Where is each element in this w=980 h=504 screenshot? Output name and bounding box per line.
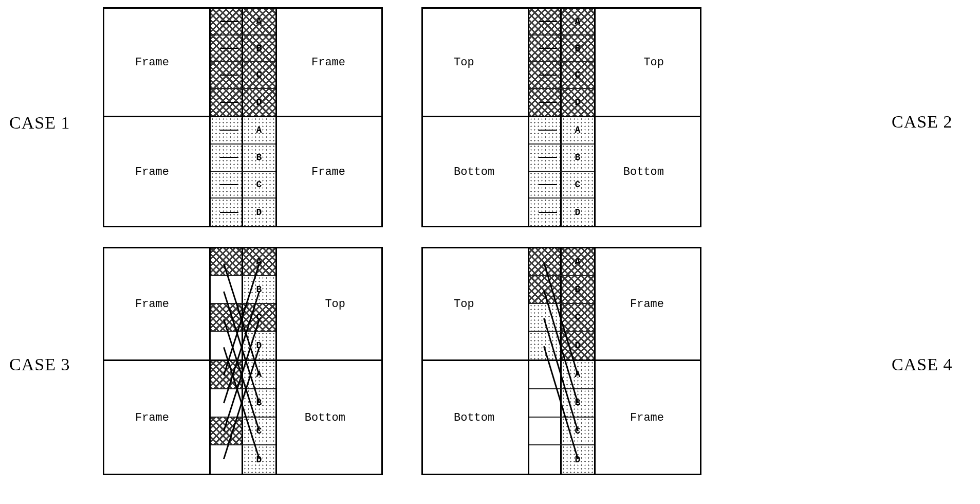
c1-bot-right: Frame — [311, 165, 345, 178]
c2-b-D: D — [575, 207, 581, 218]
c1-b-D: D — [256, 207, 262, 218]
c1-top-right: Frame — [311, 56, 345, 69]
c4-bot-right: Frame — [630, 411, 664, 424]
c3-t-C: C — [256, 312, 262, 322]
c1-top-mid: A B C D — [209, 9, 277, 116]
c3-top-left: Frame — [135, 298, 169, 311]
c3-b-A: A — [256, 369, 262, 380]
c2-b-C: C — [575, 179, 581, 190]
c1-t-C: C — [256, 70, 262, 80]
c2-b-B: B — [575, 152, 581, 163]
c3-bot-mid: A B C D — [209, 361, 277, 474]
c1-b-C: C — [256, 179, 262, 190]
c4-t-B: B — [575, 284, 581, 295]
c2-t-C: C — [575, 70, 581, 80]
c4-t-A: A — [575, 257, 581, 267]
c2-top-left: Top — [454, 56, 474, 69]
c1-t-A: A — [256, 16, 262, 27]
case3-label: CASE 3 — [9, 355, 70, 374]
c3-t-A: A — [256, 257, 262, 267]
c2-b-A: A — [575, 125, 581, 135]
c1-b-A: A — [256, 125, 262, 135]
c4-b-C: C — [575, 426, 581, 436]
c4-t-D: D — [575, 340, 581, 351]
c4-top-mid: A B C D — [528, 248, 596, 359]
case4-diagram: Top Frame A B C D Bottom Frame A B C D — [421, 247, 701, 475]
case2-label: CASE 2 — [892, 112, 952, 132]
c2-t-B: B — [575, 43, 581, 53]
c2-top-mid: A B C D — [528, 9, 596, 116]
c4-t-C: C — [575, 312, 581, 322]
c2-bot-mid: A B C D — [528, 117, 596, 226]
case4-label: CASE 4 — [892, 355, 952, 374]
c3-b-D: D — [256, 455, 262, 465]
c4-top-right: Frame — [630, 298, 664, 311]
c3-bot-left: Frame — [135, 411, 169, 424]
c2-bot-right: Bottom — [623, 165, 664, 178]
c1-b-B: B — [256, 152, 262, 163]
c2-bot-left: Bottom — [454, 165, 494, 178]
case1-diagram: Frame Frame A B C D Frame Frame A B C D — [103, 7, 383, 227]
c1-bot-mid: A B C D — [209, 117, 277, 226]
c4-b-B: B — [575, 398, 581, 408]
c3-b-C: C — [256, 426, 262, 436]
c4-bot-mid: A B C D — [528, 361, 596, 474]
c1-t-D: D — [256, 97, 262, 107]
c3-t-B: B — [256, 284, 262, 295]
c2-t-A: A — [575, 16, 581, 27]
c1-t-B: B — [256, 43, 262, 53]
c1-top-left: Frame — [135, 56, 169, 69]
c4-bot-left: Bottom — [454, 411, 494, 424]
c4-top-left: Top — [454, 298, 474, 311]
c1-bot-left: Frame — [135, 165, 169, 178]
c4-b-A: A — [575, 369, 581, 380]
c2-t-D: D — [575, 97, 581, 107]
c4-b-D: D — [575, 455, 581, 465]
c3-t-D: D — [256, 340, 262, 351]
case2-diagram: Top Top A B C D Bottom Bottom A B C D — [421, 7, 701, 227]
c2-top-right: Top — [643, 56, 664, 69]
c3-top-mid: A B C D — [209, 248, 277, 359]
case3-diagram: Frame Top A B C D Frame Bottom A B C D — [103, 247, 383, 475]
c3-b-B: B — [256, 398, 262, 408]
c3-top-right: Top — [325, 298, 345, 311]
c3-bot-right: Bottom — [305, 411, 345, 424]
case1-label: CASE 1 — [9, 113, 70, 133]
